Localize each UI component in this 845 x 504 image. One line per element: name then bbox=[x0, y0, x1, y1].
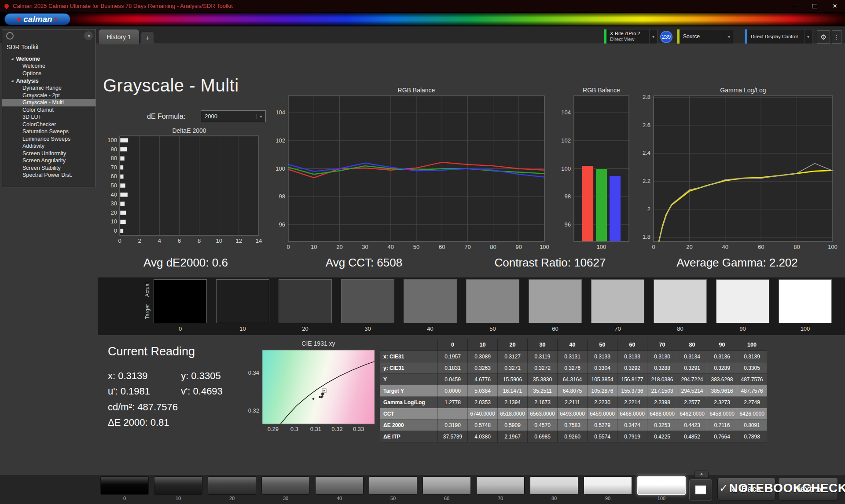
de-formula-select[interactable]: 2000 ▾ bbox=[201, 110, 266, 122]
row-label: Gamma Log/Log bbox=[380, 397, 438, 408]
row-label: CCT bbox=[380, 408, 438, 420]
pattern-button-40[interactable] bbox=[315, 476, 364, 495]
plus-icon: + bbox=[145, 34, 149, 42]
window-controls: × bbox=[784, 0, 845, 12]
contrast-ratio-stat: Contrast Ratio: 10627 bbox=[495, 256, 606, 270]
pattern-button-0[interactable] bbox=[100, 476, 149, 495]
swatch-color bbox=[341, 279, 394, 323]
svg-text:60: 60 bbox=[439, 244, 445, 250]
sidebar-item-additivity[interactable]: Additivity bbox=[2, 142, 96, 150]
pattern-button-20[interactable] bbox=[208, 476, 256, 495]
pattern-button-60[interactable] bbox=[422, 476, 471, 495]
sidebar-section-welcome[interactable]: ◢Welcome bbox=[2, 55, 96, 62]
maximize-button[interactable] bbox=[805, 0, 825, 12]
swatch-level-label: 100 bbox=[801, 325, 810, 332]
table-column-header: 60 bbox=[617, 339, 647, 351]
svg-text:40: 40 bbox=[111, 191, 117, 198]
sidebar-section-analysis[interactable]: ◢Analysis bbox=[2, 77, 96, 84]
swatch-level-label: 30 bbox=[364, 325, 371, 332]
table-cell: 0.6985 bbox=[528, 431, 558, 442]
pattern-button-10[interactable] bbox=[154, 476, 202, 495]
minimize-button[interactable] bbox=[784, 0, 805, 12]
table-cell: 0.3304 bbox=[588, 362, 617, 374]
sidebar-title: SDR Toolkit bbox=[7, 44, 96, 51]
pattern-button-90[interactable] bbox=[584, 476, 632, 495]
table-cell: 0.4852 bbox=[677, 431, 707, 442]
pattern-button-70[interactable] bbox=[476, 476, 525, 495]
pattern-window-icon bbox=[695, 486, 706, 494]
swatch-level-label: 0 bbox=[179, 325, 182, 332]
table-cell bbox=[438, 408, 468, 420]
swatch-color bbox=[591, 279, 644, 323]
sidebar-item-spectral-power-dist[interactable]: Spectral Power Dist. bbox=[2, 172, 96, 179]
reading-luminance: cd/m²: 487.7576 bbox=[108, 402, 178, 413]
grayscale-swatches: 0102030405060708090100 bbox=[154, 279, 832, 332]
add-tab-button[interactable]: + bbox=[141, 31, 154, 44]
sidebar-collapse-button[interactable]: ◂ bbox=[84, 31, 93, 40]
sidebar-item-grayscale-2pt[interactable]: Grayscale - 2pt bbox=[2, 92, 96, 99]
pattern-level-label: 100 bbox=[658, 496, 665, 501]
grayscale-swatch-20: 20 bbox=[279, 279, 332, 332]
table-cell: 15.5906 bbox=[498, 374, 528, 385]
panel-expand-button[interactable]: ▲ bbox=[694, 471, 709, 477]
svg-text:14: 14 bbox=[256, 237, 262, 244]
swatch-color bbox=[529, 279, 582, 323]
reading-v: v': 0.4693 bbox=[181, 386, 223, 397]
calman-logo[interactable]: calman bbox=[4, 13, 70, 25]
sidebar-item-saturation-sweeps[interactable]: Saturation Sweeps bbox=[2, 128, 96, 135]
grayscale-swatch-80: 80 bbox=[654, 279, 707, 332]
swatch-color bbox=[279, 279, 332, 323]
back-button[interactable]: « Back bbox=[717, 478, 775, 500]
svg-text:98: 98 bbox=[279, 193, 285, 200]
tab-history-1[interactable]: History 1 bbox=[98, 29, 140, 44]
table-cell: 35.2511 bbox=[528, 385, 558, 397]
pattern-button-100[interactable] bbox=[637, 476, 686, 495]
de-formula-label: dE Formula: bbox=[147, 113, 185, 121]
table-row-e-2000: ΔE 20000.31900.57480.59090.45700.75830.5… bbox=[380, 420, 767, 431]
sidebar-item-3d-lut[interactable]: 3D LUT bbox=[2, 113, 96, 121]
collapse-arrow-icon: ◂ bbox=[87, 33, 89, 38]
sidebar-item-screen-angularity[interactable]: Screen Angularity bbox=[2, 157, 96, 164]
table-cell: 2.2230 bbox=[588, 397, 617, 408]
sidebar-item-colorchecker[interactable]: ColorChecker bbox=[2, 121, 96, 128]
sidebar-item-dynamic-range[interactable]: Dynamic Range bbox=[2, 84, 96, 92]
table-cell: 0.3127 bbox=[498, 351, 528, 362]
sidebar: ◂ SDR Toolkit ◢WelcomeWelcomeOptions◢Ana… bbox=[2, 29, 96, 187]
swatch-color bbox=[654, 279, 707, 323]
svg-text:4: 4 bbox=[158, 237, 161, 244]
table-cell: 0.1831 bbox=[438, 362, 468, 374]
sidebar-item-welcome[interactable]: Welcome bbox=[2, 62, 96, 70]
maximize-icon bbox=[812, 4, 817, 8]
pattern-cell-30: 30 bbox=[261, 476, 310, 501]
pattern-window-button[interactable] bbox=[689, 479, 712, 500]
session-record-icon[interactable] bbox=[6, 32, 14, 40]
sidebar-item-grayscale-multi[interactable]: Grayscale - Multi bbox=[2, 99, 96, 106]
table-cell: 0.7919 bbox=[617, 431, 647, 442]
sidebar-item-screen-uniformity[interactable]: Screen Uniformity bbox=[2, 150, 96, 157]
sidebar-item-screen-stability[interactable]: Screen Stability bbox=[2, 164, 96, 172]
meter-select[interactable]: X-Rite i1Pro 2 Direct View ▾ bbox=[604, 29, 658, 44]
sidebar-item-luminance-sweeps[interactable]: Luminance Sweeps bbox=[2, 135, 96, 143]
close-button[interactable]: × bbox=[825, 0, 845, 12]
table-cell: 294.7224 bbox=[677, 374, 707, 385]
more-options-button[interactable]: ⋮ bbox=[832, 30, 841, 44]
table-cell: 0.5909 bbox=[498, 420, 528, 431]
table-cell: 385.9616 bbox=[707, 385, 737, 397]
pattern-button-30[interactable] bbox=[261, 476, 310, 495]
sidebar-item-options[interactable]: Options bbox=[2, 70, 96, 77]
row-label: Y bbox=[380, 374, 438, 385]
table-cell: 294.5214 bbox=[677, 385, 707, 397]
rgb-balance-line-chart: RGB Balance01020304050607080901001041021… bbox=[264, 86, 555, 258]
settings-button[interactable]: ⚙ bbox=[817, 30, 830, 44]
pattern-button-50[interactable] bbox=[369, 476, 417, 495]
table-cell: 0.3131 bbox=[558, 351, 588, 362]
display-control-select[interactable]: Direct Display Control ▾ bbox=[745, 29, 812, 44]
sidebar-item-color-gamut[interactable]: Color Gamut bbox=[2, 106, 96, 114]
rainbow-gradient-bar bbox=[66, 13, 845, 26]
svg-text:2.4: 2.4 bbox=[643, 150, 650, 156]
next-button[interactable]: Next » bbox=[778, 478, 838, 500]
pattern-button-80[interactable] bbox=[530, 476, 578, 495]
pattern-cell-20: 20 bbox=[208, 476, 256, 501]
calman-drop-icon bbox=[17, 17, 22, 22]
source-select[interactable]: Source ▾ bbox=[677, 29, 733, 44]
